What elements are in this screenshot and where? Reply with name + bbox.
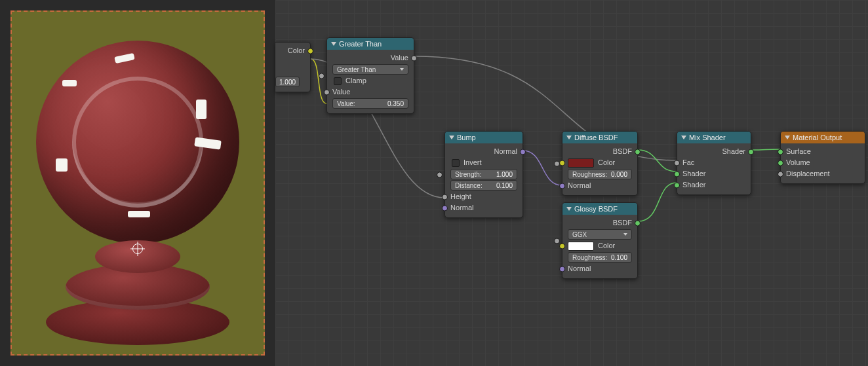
node-mix-shader[interactable]: Mix Shader Shader Fac Shader Shader (677, 131, 751, 195)
color-swatch[interactable] (568, 242, 594, 251)
node-bump[interactable]: Bump Normal Invert Strength:1.000 Distan… (444, 131, 523, 218)
node-header[interactable]: Diffuse BSDF (562, 132, 637, 143)
color-input[interactable]: Color (562, 240, 637, 251)
node-glossy-bsdf[interactable]: Glossy BSDF BSDF GGX Color Roughness:0.1… (562, 202, 638, 279)
collapse-icon[interactable] (566, 207, 572, 211)
socket-normal-in[interactable]: Normal (445, 202, 523, 213)
node-header[interactable]: Greater Than (327, 38, 414, 50)
roughness-field[interactable]: Roughness:0.100 (568, 252, 632, 263)
node-header[interactable]: Bump (445, 132, 523, 143)
socket-normal-in[interactable]: Normal (562, 263, 637, 274)
value-field[interactable]: 1.000 (275, 77, 300, 87)
socket-bsdf-out[interactable]: BSDF (562, 146, 637, 157)
strength-field[interactable]: Strength:1.000 (450, 169, 517, 179)
node-diffuse-bsdf[interactable]: Diffuse BSDF BSDF Color Roughness:0.000 … (562, 131, 638, 196)
node-editor[interactable]: Color 1.000 Greater Than Value Greater T… (275, 0, 868, 366)
socket-displacement-in[interactable]: Displacement (781, 168, 865, 179)
operation-dropdown[interactable]: Greater Than (332, 64, 408, 75)
preview-pedestal (43, 240, 233, 345)
socket-height-in[interactable]: Height (445, 191, 523, 202)
node-greater-than[interactable]: Greater Than Value Greater Than Clamp Va… (326, 37, 414, 114)
node-header[interactable]: Glossy BSDF (562, 203, 637, 215)
socket-color-out[interactable]: Color (275, 45, 310, 56)
clamp-checkbox[interactable]: Clamp (327, 75, 414, 86)
socket-normal-in[interactable]: Normal (562, 180, 637, 191)
socket-shader1-in[interactable]: Shader (677, 168, 751, 179)
color-swatch[interactable] (568, 158, 594, 168)
socket-fac-in[interactable]: Fac (677, 157, 751, 168)
node-partial[interactable]: Color 1.000 (275, 42, 311, 92)
cursor-crosshair (130, 242, 145, 256)
threshold-field[interactable]: Value:0.350 (332, 98, 408, 109)
node-material-output[interactable]: Material Output Surface Volume Displacem… (780, 131, 865, 184)
socket-normal-out[interactable]: Normal (445, 146, 523, 157)
collapse-icon[interactable] (331, 42, 336, 46)
node-header[interactable]: Material Output (781, 132, 865, 143)
collapse-icon[interactable] (449, 136, 454, 139)
roughness-field[interactable]: Roughness:0.000 (568, 169, 632, 179)
render-border (10, 10, 265, 356)
invert-checkbox[interactable]: Invert (445, 157, 523, 168)
socket-volume-in[interactable]: Volume (781, 157, 865, 168)
collapse-icon[interactable] (566, 136, 572, 139)
preview-sphere (36, 41, 239, 244)
node-header[interactable]: Mix Shader (677, 132, 751, 143)
socket-shader2-in[interactable]: Shader (677, 179, 751, 191)
socket-bsdf-out[interactable]: BSDF (562, 217, 637, 229)
socket-value-in[interactable]: Value (327, 86, 414, 98)
socket-value-out[interactable]: Value (327, 52, 414, 64)
distance-field[interactable]: Distance:0.100 (450, 180, 517, 191)
socket-surface-in[interactable]: Surface (781, 146, 865, 157)
collapse-icon[interactable] (785, 136, 790, 139)
color-input[interactable]: Color (562, 157, 637, 168)
distribution-dropdown[interactable]: GGX (568, 229, 632, 240)
socket-shader-out[interactable]: Shader (677, 146, 751, 157)
collapse-icon[interactable] (681, 136, 686, 139)
preview-panel (0, 0, 275, 366)
